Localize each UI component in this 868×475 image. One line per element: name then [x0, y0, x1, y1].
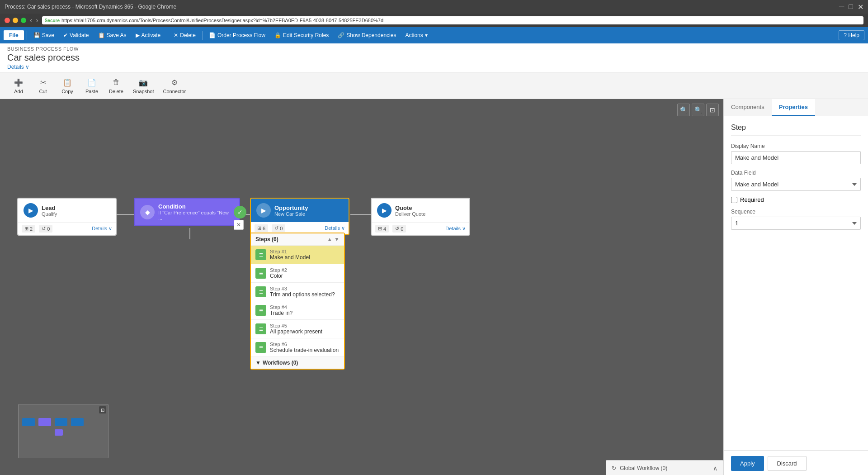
save-icon: 💾 [33, 32, 40, 38]
validate-button[interactable]: ✔ Validate [60, 30, 92, 40]
step-2-icon: ☰ [255, 268, 266, 279]
paste-tool[interactable]: 📄 Paste [80, 75, 103, 96]
lead-node-subtitle: Qualify [42, 211, 57, 217]
step-2-name: Color [270, 273, 287, 279]
quote-node[interactable]: ▶ Quote Deliver Quote ⊞ 4 ↺ 0 Details ∨ [371, 198, 470, 236]
file-tab[interactable]: File [4, 30, 24, 40]
step-5-num: Step #5 [270, 323, 322, 328]
properties-tab[interactable]: Properties [772, 99, 815, 116]
required-label: Required [740, 196, 764, 203]
steps-popup[interactable]: Steps (6) ▲ ▼ ☰ Step #1 Make and Model ☰… [250, 233, 345, 370]
workflows-title: Workflows (0) [263, 360, 298, 366]
sort-up-icon[interactable]: ▲ [327, 236, 332, 242]
quote-flows-icon: ↺ [395, 226, 399, 232]
mini-sub-node [55, 429, 63, 436]
security-icon: 🔒 [274, 32, 281, 38]
details-link[interactable]: Details ∨ [7, 64, 861, 70]
step-1-num: Step #1 [270, 249, 310, 254]
global-workflow-bar[interactable]: ↻ Global Workflow (0) ∧ [606, 460, 723, 475]
condition-node-icon: ◆ [140, 205, 155, 219]
copy-tool[interactable]: 📋 Copy [56, 75, 79, 96]
lead-node-title: Lead [42, 204, 57, 211]
validate-icon: ✔ [63, 32, 68, 38]
back-btn[interactable]: ‹ [30, 16, 32, 24]
minimize-btn[interactable]: ─ [839, 3, 844, 11]
data-field-label: Data Field [731, 170, 861, 176]
edit-security-roles-button[interactable]: 🔒 Edit Security Roles [271, 30, 332, 40]
browser-title-bar: Process: Car sales process - Microsoft D… [0, 0, 868, 14]
zoom-in-btn[interactable]: 🔍 [692, 104, 704, 116]
save-as-button[interactable]: 📋 Save As [94, 30, 130, 40]
zoom-out-btn[interactable]: 🔍 [677, 104, 690, 116]
sort-down-icon[interactable]: ▼ [334, 236, 340, 242]
lead-node[interactable]: ▶ Lead Qualify ⊞ 2 ↺ 0 Details ∨ [17, 198, 117, 236]
flow-toolbar: ➕ Add ✂ Cut 📋 Copy 📄 Paste 🗑 Delete 📷 Sn… [0, 72, 868, 99]
add-tool[interactable]: ➕ Add [7, 75, 30, 96]
minimize-window-btn[interactable] [13, 18, 18, 23]
snapshot-tool[interactable]: 📷 Snapshot [129, 75, 157, 96]
components-tab[interactable]: Components [724, 99, 772, 116]
right-panel: Components Properties Step Display Name … [723, 99, 868, 475]
save-button[interactable]: 💾 Save [30, 30, 58, 40]
address-bar[interactable]: Secure https://trial1705.crm.dynamics.co… [42, 16, 863, 24]
step-item-3[interactable]: ☰ Step #3 Trim and options selected? [251, 283, 344, 301]
step-5-icon: ☰ [255, 323, 266, 334]
condition-node[interactable]: ◆ Condition If "Car Preference" equals "… [134, 198, 240, 226]
quote-details-btn[interactable]: Details ∨ [445, 226, 466, 232]
opportunity-node[interactable]: ▶ Opportunity New Car Sale ⊞ 6 ↺ 0 Detai… [250, 198, 349, 235]
close-btn[interactable]: ✕ [858, 3, 863, 11]
discard-button[interactable]: Discard [768, 456, 807, 471]
opportunity-details-btn[interactable]: Details ∨ [325, 225, 345, 231]
save-as-icon: 📋 [98, 32, 105, 38]
cut-tool[interactable]: ✂ Cut [32, 75, 54, 96]
connector-tool[interactable]: ⚙ Connector [159, 75, 189, 96]
step-3-num: Step #3 [270, 286, 335, 291]
display-name-input[interactable] [731, 151, 861, 164]
opportunity-node-header: ▶ Opportunity New Car Sale [251, 199, 349, 222]
actions-chevron-icon: ▾ [425, 32, 428, 38]
steps-section-title: Steps (6) [255, 236, 278, 242]
delete-button[interactable]: ✕ Delete [170, 30, 199, 40]
data-field-select[interactable]: Make and Model [731, 178, 861, 191]
mini-lead-node [22, 418, 35, 426]
opportunity-flows-badge: ↺ 0 [272, 224, 285, 232]
app-header: File 💾 Save ✔ Validate 📋 Save As ▶ Activ… [0, 27, 868, 43]
step-item-2[interactable]: ☰ Step #2 Color [251, 264, 344, 283]
condition-close-btn[interactable]: ✕ [234, 220, 244, 230]
fit-btn[interactable]: ⊡ [706, 104, 719, 116]
step-item-6[interactable]: ☰ Step #6 Schedule trade-in evaluation [251, 338, 344, 357]
lead-details-btn[interactable]: Details ∨ [92, 226, 112, 232]
steps-sort-icons: ▲ ▼ [327, 236, 340, 242]
required-checkbox[interactable] [731, 197, 737, 203]
show-dependencies-button[interactable]: 🔗 Show Dependencies [334, 30, 400, 40]
step-3-name: Trim and options selected? [270, 291, 335, 298]
copy-icon: 📋 [62, 77, 73, 88]
actions-button[interactable]: Actions ▾ [401, 30, 431, 40]
sequence-select[interactable]: 1 [731, 217, 861, 230]
panel-section-title: Step [731, 124, 861, 136]
browser-controls [5, 18, 26, 23]
canvas-area[interactable]: 🔍 🔍 ⊡ ▶ Lead Qualify ⊞ 2 ↺ 0 [0, 99, 723, 475]
maximize-btn[interactable]: □ [849, 3, 853, 11]
close-window-btn[interactable] [5, 18, 10, 23]
step-item-1[interactable]: ☰ Step #1 Make and Model [251, 246, 344, 264]
mini-condition-node [38, 418, 51, 426]
order-process-flow-button[interactable]: 📄 Order Process Flow [205, 30, 269, 40]
step-1-name: Make and Model [270, 254, 310, 261]
lead-flows-badge: ↺ 0 [39, 225, 52, 233]
activate-button[interactable]: ▶ Activate [132, 30, 165, 40]
panel-body: Step Display Name Data Field Make and Mo… [724, 116, 868, 450]
quote-node-header: ▶ Quote Deliver Quote [372, 199, 469, 223]
display-name-label: Display Name [731, 143, 861, 149]
paste-icon: 📄 [86, 77, 97, 88]
step-item-5[interactable]: ☰ Step #5 All paperwork present [251, 320, 344, 338]
delete-tool[interactable]: 🗑 Delete [105, 75, 127, 96]
toolbar-separator-3 [202, 31, 203, 40]
mini-map-expand-btn[interactable]: ⊡ [99, 406, 106, 413]
apply-button[interactable]: Apply [731, 456, 764, 471]
step-item-4[interactable]: ☰ Step #4 Trade in? [251, 301, 344, 320]
help-button[interactable]: ? Help [839, 30, 864, 40]
opportunity-node-icon: ▶ [256, 203, 271, 218]
maximize-window-btn[interactable] [21, 18, 26, 23]
forward-btn[interactable]: › [36, 16, 38, 24]
